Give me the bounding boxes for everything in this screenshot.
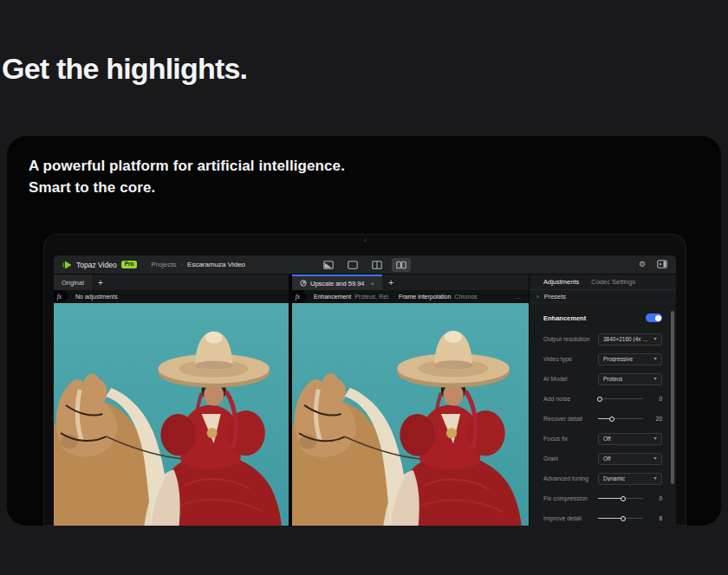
fx-glyph: fx	[296, 293, 303, 300]
no-adjustments-status: No adjustments	[75, 294, 118, 300]
toggle-knob	[655, 315, 661, 321]
control-label: Fix compression	[543, 495, 588, 501]
tab-adjustments[interactable]: Adjustments	[543, 278, 579, 286]
right-sidebar: Adjustments Codec Settings › Presets Enh…	[529, 275, 676, 526]
topbar-right-actions: ⚙	[639, 260, 667, 270]
brand-name: Topaz Video	[76, 261, 117, 269]
more-options-icon[interactable]: …	[515, 294, 522, 300]
settings-gear-icon[interactable]: ⚙	[639, 261, 646, 268]
pro-badge: Pro	[121, 261, 138, 269]
select-value: Proteus	[603, 376, 622, 382]
left-filterbar: fx No adjustments	[54, 290, 289, 303]
control-label: Add noise	[543, 396, 570, 402]
chevron-down-icon	[653, 457, 657, 460]
ai-model-select[interactable]: Proteus	[598, 373, 662, 385]
card-heading: A powerful platform for artificial intel…	[29, 155, 345, 198]
new-tab-button-left[interactable]: +	[92, 275, 109, 290]
presets-row[interactable]: › Presets	[530, 290, 676, 303]
topaz-logo-icon	[62, 261, 72, 269]
slider-track[interactable]	[598, 518, 643, 520]
control-label: Improve detail	[543, 515, 582, 521]
original-video-preview[interactable]	[54, 303, 289, 526]
chevron-down-icon	[653, 477, 657, 480]
control-row-advanced-tuning: Advanced tuningDynamic	[530, 468, 676, 488]
filter-name-enhancement[interactable]: Enhancement	[314, 294, 351, 300]
card-heading-line-1: A powerful platform for artificial intel…	[29, 155, 345, 177]
fx-badge-icon: fx	[54, 290, 68, 303]
slider-track[interactable]	[598, 418, 643, 420]
slider-knob[interactable]	[621, 496, 626, 501]
control-row-focus-fix: Focus fixOff	[530, 429, 676, 449]
enhancement-row: Enhancement	[530, 307, 676, 329]
control-label: Focus fix	[543, 436, 568, 442]
slider-track[interactable]	[598, 398, 643, 400]
add-noise-slider[interactable]: 0	[598, 396, 662, 402]
app-main: Original + fx No adjustments	[54, 275, 676, 526]
close-tab-icon[interactable]: ×	[371, 280, 375, 288]
grain-select[interactable]: Off	[598, 453, 662, 465]
output-resolution-select[interactable]: 3840×2160 (4x …	[598, 333, 662, 346]
tab-upscale[interactable]: Upscale and 59.94 ×	[292, 275, 382, 290]
tab-codec-settings[interactable]: Codec Settings	[591, 278, 635, 286]
control-row-ai-model: AI ModelProteus	[530, 369, 676, 389]
upscaled-video-preview[interactable]	[292, 303, 529, 526]
control-label: Video type	[543, 356, 572, 362]
select-value: Off	[603, 455, 611, 462]
slider-value: 0	[653, 396, 662, 402]
recover-detail-slider[interactable]: 20	[598, 416, 662, 422]
slider-track[interactable]	[598, 498, 643, 500]
sidebar-tabs: Adjustments Codec Settings	[530, 275, 676, 290]
side-by-side-view-icon[interactable]	[392, 258, 411, 272]
sidebar-scrollbar[interactable]	[671, 311, 674, 484]
chevron-down-icon	[653, 437, 657, 440]
split-view-icon[interactable]	[367, 258, 387, 272]
chevron-down-icon	[653, 378, 657, 380]
control-row-improve-detail: Improve detail8	[530, 508, 676, 526]
fx-glyph: fx	[57, 293, 65, 300]
upscale-pane: Upscale and 59.94 × + fx EnhancementProt…	[292, 275, 529, 526]
select-value: 3840×2160 (4x …	[603, 336, 648, 342]
enhancement-toggle[interactable]	[646, 313, 662, 322]
sidebar-controls: Output resolution3840×2160 (4x …Video ty…	[530, 329, 676, 526]
advanced-tuning-select[interactable]: Dynamic	[598, 473, 662, 485]
select-value: Off	[603, 436, 611, 442]
camera-dot	[364, 239, 367, 242]
improve-detail-slider[interactable]: 8	[598, 515, 662, 521]
control-row-add-noise: Add noise0	[530, 389, 676, 409]
breadcrumb-separator-icon: ›	[180, 261, 183, 268]
applied-filters: EnhancementProteus, Rel.·Frame interpola…	[314, 294, 478, 300]
slider-knob[interactable]	[609, 417, 614, 422]
focus-fix-select[interactable]: Off	[598, 433, 662, 445]
toggle-right-panel-icon[interactable]	[657, 260, 667, 270]
filter-name-frame-interpolation[interactable]: Frame interpolation	[399, 294, 451, 300]
select-value: Progressive	[603, 356, 633, 362]
original-pane: Original + fx No adjustments	[54, 275, 289, 526]
control-label: Advanced tuning	[543, 475, 588, 481]
fix-compression-slider[interactable]: 0	[598, 495, 662, 501]
breadcrumb-current-project: Escaramuza Video	[187, 261, 245, 268]
compare-diagonal-view-icon[interactable]	[319, 258, 338, 272]
left-tabstrip: Original +	[54, 275, 289, 290]
laptop-frame: Topaz Video Pro Projects › Escaramuza Vi…	[43, 234, 686, 526]
feature-card: A powerful platform for artificial intel…	[7, 136, 721, 526]
breadcrumb-projects[interactable]: Projects	[151, 261, 176, 268]
control-row-recover-detail: Recover detail20	[530, 409, 676, 429]
slider-knob[interactable]	[621, 516, 626, 521]
new-tab-button-right[interactable]: +	[382, 275, 400, 290]
right-tabstrip: Upscale and 59.94 × +	[292, 275, 529, 290]
control-label: Grain	[543, 455, 558, 462]
control-label: Output resolution	[543, 336, 589, 342]
tab-original[interactable]: Original	[54, 275, 92, 290]
slider-knob[interactable]	[597, 397, 602, 402]
chevron-down-icon	[653, 358, 657, 360]
view-mode-switcher	[319, 255, 411, 275]
app-topbar: Topaz Video Pro Projects › Escaramuza Vi…	[54, 255, 676, 275]
topaz-video-app-window: Topaz Video Pro Projects › Escaramuza Vi…	[54, 255, 676, 526]
single-view-icon[interactable]	[343, 258, 362, 272]
enhancement-label: Enhancement	[543, 314, 586, 322]
fx-badge-icon: fx	[292, 290, 307, 303]
video-type-select[interactable]: Progressive	[598, 353, 662, 365]
control-row-output-resolution: Output resolution3840×2160 (4x …	[530, 329, 676, 349]
control-row-video-type: Video typeProgressive	[530, 349, 676, 369]
filter-separator: ·	[393, 294, 395, 300]
